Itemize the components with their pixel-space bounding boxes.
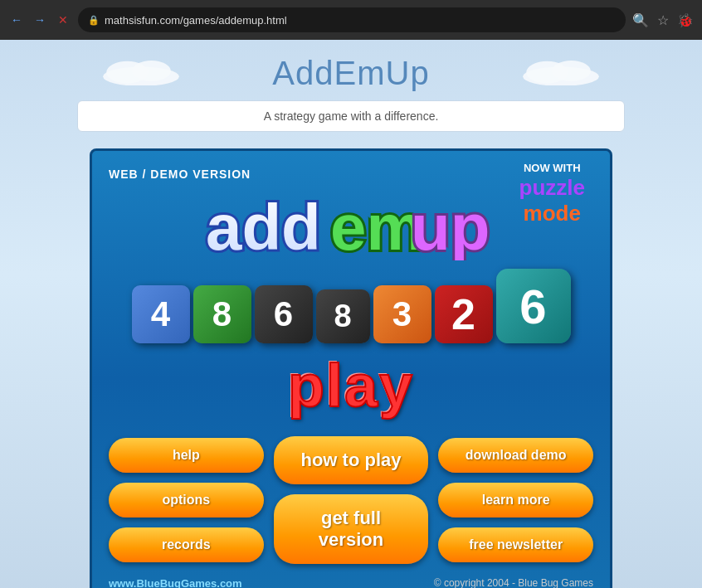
how-to-play-button[interactable]: how to play — [274, 436, 429, 484]
url-text: mathsisfun.com/games/addemup.html — [105, 14, 287, 27]
free-newsletter-button[interactable]: free newsletter — [438, 527, 593, 562]
puzzle-mode-area: NOW WITH puzzle mode — [519, 159, 585, 227]
game-logo-svg: add add em em up up — [202, 187, 500, 260]
bookmark-icon[interactable]: ☆ — [657, 12, 669, 28]
svg-point-5 — [552, 61, 591, 81]
get-full-version-button[interactable]: get full version — [274, 494, 429, 564]
mode-word-text: mode — [519, 201, 585, 226]
tile-8a: 8 — [193, 285, 251, 343]
puzzle-word-text: puzzle — [519, 175, 585, 201]
game-footer: www.BlueBugGames.com © copyright 2004 - … — [109, 577, 593, 588]
cloud-left-decoration — [100, 56, 183, 85]
cloud-right-decoration — [519, 56, 602, 85]
search-icon[interactable]: 🔍 — [632, 12, 649, 28]
game-logo-area: add add em em up up NOW WITH puzzle mode — [109, 187, 593, 260]
button-col-center: how to play get full version — [274, 436, 429, 564]
download-demo-button[interactable]: download demo — [438, 438, 593, 473]
tile-6-large: 6 — [496, 269, 571, 343]
game-area: WEB / DEMO VERSION add add em em up up — [90, 148, 612, 588]
records-button[interactable]: records — [109, 527, 264, 562]
footer-copyright: © copyright 2004 - Blue Bug Games — [434, 577, 593, 588]
learn-more-button[interactable]: learn more — [438, 483, 593, 518]
tile-8b: 8 — [316, 289, 370, 343]
svg-text:add: add — [206, 191, 321, 260]
number-tiles-row: 4 8 6 8 3 2 6 — [109, 269, 593, 343]
footer-website[interactable]: www.BlueBugGames.com — [109, 577, 242, 588]
lock-icon: 🔒 — [88, 15, 100, 26]
back-button[interactable]: ← — [8, 12, 25, 28]
svg-text:em: em — [330, 191, 424, 260]
tile-6: 6 — [255, 285, 313, 343]
help-button[interactable]: help — [109, 438, 264, 473]
subtitle-bar: A strategy game with a difference. — [77, 100, 625, 132]
browser-chrome: ← → ✕ 🔒 mathsisfun.com/games/addemup.htm… — [0, 0, 702, 40]
tile-2: 2 — [435, 285, 493, 343]
tile-4: 4 — [132, 285, 190, 343]
page-header: AddEmUp — [0, 40, 702, 100]
page-background: AddEmUp A strategy game with a differenc… — [0, 40, 702, 588]
button-col-right: download demo learn more free newsletter — [438, 438, 593, 562]
button-grid: help options records how to play get ful… — [109, 436, 593, 564]
options-button[interactable]: options — [109, 483, 264, 518]
svg-text:up: up — [411, 191, 490, 260]
now-with-text: NOW WITH — [524, 162, 581, 174]
close-button[interactable]: ✕ — [55, 12, 71, 28]
svg-point-2 — [132, 61, 171, 81]
forward-button[interactable]: → — [32, 12, 48, 28]
menu-icon[interactable]: 🐞 — [677, 12, 694, 28]
play-text[interactable]: play — [109, 352, 593, 420]
button-col-left: help options records — [109, 438, 264, 562]
browser-actions: 🔍 ☆ 🐞 — [632, 12, 694, 28]
address-bar[interactable]: 🔒 mathsisfun.com/games/addemup.html — [78, 7, 626, 32]
subtitle-text: A strategy game with a difference. — [264, 109, 439, 123]
tile-3: 3 — [373, 285, 431, 343]
